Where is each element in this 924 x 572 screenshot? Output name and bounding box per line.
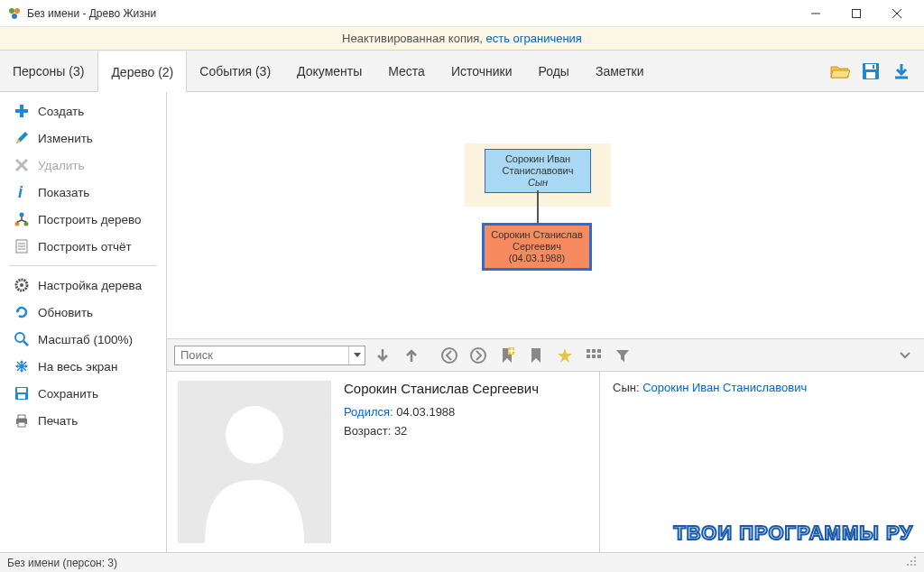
relation-label: Сын:	[613, 381, 640, 394]
tree-node-name1: Сорокин Станислав	[490, 229, 584, 241]
tab-events[interactable]: События (3)	[187, 51, 284, 91]
sidebar-item-label: На весь экран	[38, 360, 117, 374]
sidebar-item-zoom[interactable]: Масштаб (100%)	[0, 326, 166, 353]
relation-link[interactable]: Сорокин Иван Станиславович	[642, 381, 807, 394]
svg-rect-4	[852, 9, 860, 17]
svg-rect-38	[597, 355, 601, 358]
sidebar-item-refresh[interactable]: Обновить	[0, 299, 166, 326]
tree-node-parent[interactable]: Сорокин Иван Станиславович Сын	[485, 149, 591, 193]
svg-rect-33	[587, 349, 590, 353]
tab-tree[interactable]: Дерево (2)	[97, 51, 187, 92]
arrow-up-icon[interactable]	[400, 344, 423, 367]
sidebar-item-create[interactable]: Создать	[0, 97, 166, 125]
tab-notes[interactable]: Заметки	[583, 51, 658, 91]
avatar-placeholder	[178, 381, 331, 543]
x-icon	[13, 156, 31, 174]
close-button[interactable]	[876, 0, 917, 27]
sidebar-item-label: Построить отчёт	[38, 240, 132, 254]
sidebar-item-label: Изменить	[38, 132, 93, 145]
maximize-button[interactable]	[836, 0, 876, 27]
notice-text: Неактивированная копия,	[342, 32, 485, 45]
svg-rect-34	[592, 349, 596, 353]
svg-point-13	[20, 213, 24, 217]
svg-line-23	[23, 341, 28, 346]
sidebar-item-build-tree[interactable]: Построить дерево	[0, 206, 166, 233]
tabs-row: Персоны (3) Дерево (2) События (3) Докум…	[0, 51, 924, 92]
sidebar-item-label: Создать	[38, 105, 84, 118]
sidebar-item-edit[interactable]: Изменить	[0, 125, 166, 152]
born-label: Родился:	[344, 405, 393, 419]
open-folder-icon[interactable]	[825, 56, 855, 87]
sidebar-item-label: Масштаб (100%)	[38, 333, 133, 346]
svg-point-15	[24, 222, 29, 226]
search-dropdown[interactable]	[348, 346, 365, 364]
download-icon[interactable]	[886, 56, 917, 87]
resize-grip[interactable]	[906, 556, 917, 569]
svg-point-21	[20, 283, 23, 287]
svg-rect-10	[873, 65, 874, 69]
grid-icon[interactable]	[582, 344, 605, 367]
bookmark-icon[interactable]	[524, 344, 548, 367]
tree-node-name2: Сергеевич	[490, 241, 584, 253]
age-label: Возраст:	[344, 424, 391, 438]
svg-point-30	[442, 348, 457, 363]
tab-sources[interactable]: Источники	[439, 51, 526, 91]
sidebar-item-label: Обновить	[38, 306, 93, 319]
tree-node-name1: Сорокин Иван	[491, 153, 585, 165]
tab-places[interactable]: Места	[375, 51, 439, 91]
chevron-down-icon[interactable]	[893, 344, 917, 367]
search-input[interactable]	[175, 348, 348, 362]
notice-link[interactable]: есть ограничения	[485, 32, 581, 45]
gear-icon	[13, 276, 31, 294]
svg-point-31	[471, 348, 485, 363]
sidebar-item-save[interactable]: Сохранить	[0, 380, 166, 407]
tree-node-relation: Сын	[491, 177, 585, 189]
window-title: Без имени - Древо Жизни	[27, 7, 795, 20]
tab-clans[interactable]: Роды	[526, 51, 583, 91]
activation-notice: Неактивированная копия, есть ограничения	[0, 27, 924, 51]
sidebar-item-label: Сохранить	[38, 387, 98, 401]
arrow-down-icon[interactable]	[371, 344, 394, 367]
search-box[interactable]	[174, 346, 365, 365]
svg-point-45	[910, 564, 912, 566]
forward-icon[interactable]	[467, 344, 490, 367]
svg-point-40	[226, 406, 283, 464]
svg-point-22	[15, 333, 24, 342]
tab-persons[interactable]: Персоны (3)	[0, 51, 97, 91]
sidebar-item-print[interactable]: Печать	[0, 407, 166, 434]
tree-node-selected[interactable]: Сорокин Станислав Сергеевич (04.03.1988)	[482, 223, 592, 271]
info-icon: i	[13, 183, 31, 201]
svg-rect-37	[592, 355, 596, 358]
tool-row	[167, 339, 924, 372]
refresh-icon	[13, 303, 31, 321]
sidebar-separator	[9, 265, 157, 266]
svg-rect-35	[597, 349, 601, 353]
sidebar-item-show[interactable]: i Показать	[0, 179, 166, 206]
detail-left: Сорокин Станислав Сергеевич Родился: 04.…	[167, 372, 600, 552]
print-icon	[13, 411, 31, 429]
back-icon[interactable]	[438, 344, 461, 367]
svg-rect-29	[18, 422, 25, 427]
plus-icon	[13, 102, 31, 120]
sidebar-item-label: Печать	[38, 414, 78, 428]
expand-icon	[13, 357, 31, 375]
bookmark-add-icon[interactable]	[495, 344, 519, 367]
svg-point-14	[15, 222, 20, 226]
svg-point-42	[910, 560, 912, 562]
sidebar-item-build-report[interactable]: Построить отчёт	[0, 233, 166, 260]
save-icon[interactable]	[855, 56, 886, 87]
star-icon[interactable]	[553, 344, 577, 367]
sidebar-item-tree-settings[interactable]: Настройка дерева	[0, 272, 166, 299]
svg-point-44	[907, 564, 909, 566]
tree-connector	[537, 190, 539, 223]
sidebar-item-fullscreen[interactable]: На весь экран	[0, 353, 166, 380]
svg-rect-26	[18, 394, 25, 399]
svg-rect-25	[17, 388, 26, 392]
svg-point-1	[14, 8, 20, 14]
pencil-icon	[13, 129, 31, 147]
tab-documents[interactable]: Документы	[284, 51, 375, 91]
filter-icon[interactable]	[611, 344, 634, 367]
tree-canvas[interactable]: Сорокин Иван Станиславович Сын Сорокин С…	[167, 92, 924, 339]
status-text: Без имени (персон: 3)	[7, 557, 117, 569]
minimize-button[interactable]	[795, 0, 836, 27]
